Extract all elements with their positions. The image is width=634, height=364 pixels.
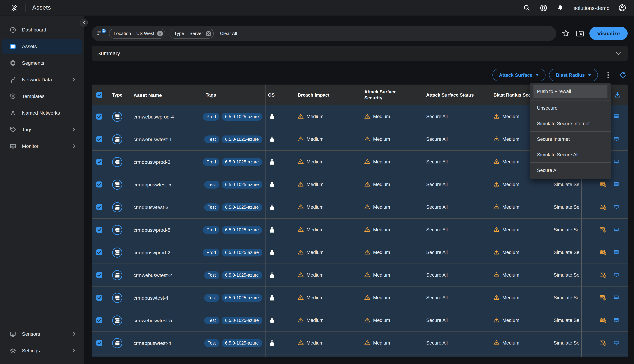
push-to-firewall-icon[interactable]: [600, 317, 606, 324]
env-tag[interactable]: Test: [204, 203, 220, 211]
search-icon[interactable]: [523, 4, 531, 12]
comment-chat-icon[interactable]: [613, 294, 619, 301]
asset-name[interactable]: crmdbuswtest-4: [128, 286, 198, 309]
notifications-bell-icon[interactable]: [556, 4, 564, 12]
row-checkbox[interactable]: [92, 106, 107, 128]
comment-chat-icon[interactable]: [613, 226, 619, 233]
asset-name[interactable]: crmwebuswtest-1: [128, 128, 198, 150]
sidebar-item-tags[interactable]: Tags: [0, 122, 84, 137]
push-to-firewall-icon[interactable]: [600, 226, 606, 233]
comment-chat-icon[interactable]: [613, 181, 619, 188]
menu-item-secure-internet[interactable]: Secure Internet: [530, 131, 611, 147]
sidebar-item-dashboard[interactable]: Dashboard: [0, 22, 84, 37]
account-name[interactable]: solutions-demo: [574, 5, 609, 11]
comment-chat-icon[interactable]: [613, 272, 619, 278]
table-row[interactable]: crmwebuswtest-2 Test 6.5.0-1025-azure Me…: [92, 264, 628, 286]
comment-chat-icon[interactable]: [613, 204, 619, 210]
table-row[interactable]: crmwebuswtest-5 Test 6.5.0-1025-azure Me…: [92, 309, 628, 332]
filter-chip-type-server[interactable]: Type = Server: [170, 28, 214, 38]
asset-name[interactable]: crmwebuswprod-4: [128, 106, 198, 128]
summary-panel-header[interactable]: Summary: [92, 46, 628, 61]
asset-name[interactable]: crmdbuswprod-5: [128, 218, 198, 241]
version-tag[interactable]: 6.5.0-1025-azure: [222, 135, 262, 143]
table-row[interactable]: crmappuswtest-4 Test 6.5.0-1025-azure Me…: [92, 332, 628, 354]
row-checkbox[interactable]: [92, 264, 107, 286]
env-tag[interactable]: Prod: [203, 248, 220, 256]
push-to-firewall-icon[interactable]: [600, 181, 606, 188]
version-tag[interactable]: 6.5.0-1025-azure: [222, 158, 262, 166]
help-lifebuoy-icon[interactable]: [540, 4, 547, 12]
header-os[interactable]: OS: [265, 84, 286, 106]
asset-name[interactable]: crmdbuswtest-3: [128, 196, 198, 218]
table-row[interactable]: crmdbuswtest-4 Test 6.5.0-1025-azure Med…: [92, 286, 628, 309]
env-tag[interactable]: Prod: [203, 226, 220, 234]
clear-all-filters-button[interactable]: Clear All: [220, 31, 237, 36]
env-tag[interactable]: Test: [204, 294, 220, 302]
row-checkbox[interactable]: [92, 241, 107, 264]
row-checkbox[interactable]: [92, 173, 107, 196]
version-tag[interactable]: 6.5.0-1025-azure: [222, 203, 262, 211]
header-tags[interactable]: Tags: [198, 84, 265, 106]
row-checkbox[interactable]: [92, 309, 107, 332]
menu-item-unsecure[interactable]: Unsecure: [530, 100, 611, 116]
push-to-firewall-icon[interactable]: [600, 340, 606, 346]
version-tag[interactable]: 6.5.0-1025-azure: [222, 271, 262, 279]
comment-chat-icon[interactable]: [613, 340, 619, 346]
env-tag[interactable]: Test: [204, 180, 220, 188]
remove-filter-x-icon[interactable]: [157, 30, 163, 36]
user-avatar-icon[interactable]: [618, 4, 626, 12]
comment-chat-icon[interactable]: [613, 113, 619, 120]
comment-chat-icon[interactable]: [613, 136, 619, 142]
sidebar-item-segments[interactable]: Segments: [0, 56, 84, 70]
row-checkbox[interactable]: [92, 332, 107, 354]
version-tag[interactable]: 6.5.0-1025-azure: [222, 180, 262, 188]
version-tag[interactable]: 6.5.0-1025-azure: [222, 248, 262, 256]
menu-item-simulate-secure-internet[interactable]: Simulate Secure Internet: [530, 116, 611, 131]
menu-item-secure-all[interactable]: Secure All: [530, 162, 611, 178]
menu-item-simulate-secure-all[interactable]: Simulate Secure All: [530, 147, 611, 162]
sidebar-collapse-button[interactable]: [80, 19, 88, 26]
header-attack-surface-security[interactable]: Attack Surface Security: [361, 84, 423, 106]
asset-name[interactable]: crmappuswtest-5: [128, 173, 198, 196]
push-to-firewall-icon[interactable]: [600, 249, 606, 256]
menu-item-push-to-firewall[interactable]: Push to Firewall: [533, 85, 607, 98]
version-tag[interactable]: 6.5.0-1025-azure: [222, 226, 262, 234]
sidebar-item-monitor[interactable]: Monitor: [0, 139, 84, 154]
row-checkbox[interactable]: [92, 218, 107, 241]
comment-chat-icon[interactable]: [613, 317, 619, 324]
table-row[interactable]: crmdbuswtest-3 Test 6.5.0-1025-azure Med…: [92, 196, 628, 218]
sidebar-item-assets[interactable]: Assets: [2, 39, 82, 54]
header-breach-impact[interactable]: Breach Impact: [286, 84, 361, 106]
sidebar-item-sensors[interactable]: Sensors: [0, 326, 84, 341]
remove-filter-x-icon[interactable]: [206, 30, 212, 36]
refresh-icon[interactable]: [618, 70, 628, 80]
filter-bar[interactable]: 2 Location = US WestType = Server Clear …: [92, 26, 556, 41]
favorite-star-icon[interactable]: [561, 29, 570, 38]
table-row[interactable]: crmdbuswprod-2 Prod 6.5.0-1025-azure Med…: [92, 241, 628, 264]
header-asset-name[interactable]: Asset Name: [128, 84, 198, 106]
env-tag[interactable]: Test: [204, 135, 220, 143]
filter-chip-location-us-west[interactable]: Location = US West: [109, 28, 165, 38]
env-tag[interactable]: Test: [204, 316, 220, 324]
row-checkbox[interactable]: [92, 151, 107, 173]
asset-name[interactable]: crmdbuswprod-2: [128, 241, 198, 264]
blast-radius-dropdown-button[interactable]: Blast Radius: [549, 69, 598, 81]
env-tag[interactable]: Prod: [203, 113, 220, 120]
row-checkbox[interactable]: [92, 286, 107, 309]
header-type[interactable]: Type: [107, 84, 128, 106]
push-to-firewall-icon[interactable]: [600, 294, 606, 301]
more-options-kebab-icon[interactable]: [606, 72, 611, 78]
asset-name[interactable]: crmwebuswtest-5: [128, 309, 198, 332]
env-tag[interactable]: Test: [204, 271, 220, 279]
sidebar-item-settings[interactable]: Settings: [0, 343, 84, 358]
asset-name[interactable]: crmappuswtest-4: [128, 332, 198, 354]
env-tag[interactable]: Test: [204, 339, 220, 347]
chevron-down-icon[interactable]: [616, 50, 621, 56]
sidebar-item-network-data[interactable]: Network Data: [0, 72, 84, 87]
version-tag[interactable]: 6.5.0-1025-azure: [222, 316, 262, 324]
sidebar-item-templates[interactable]: Templates: [0, 89, 84, 104]
asset-name[interactable]: crmwebuswtest-2: [128, 264, 198, 286]
version-tag[interactable]: 6.5.0-1025-azure: [222, 113, 262, 120]
push-to-firewall-icon[interactable]: [600, 204, 606, 210]
version-tag[interactable]: 6.5.0-1025-azure: [222, 294, 262, 302]
